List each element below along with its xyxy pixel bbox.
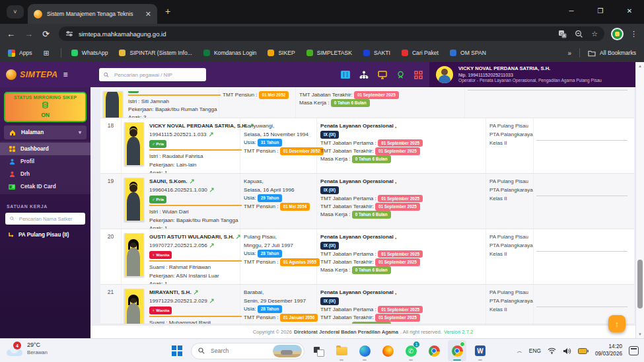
id-card-icon <box>9 184 15 190</box>
tmt-last-badge: 01 September 2025 <box>375 258 420 266</box>
bookmark-item[interactable]: SIKEP <box>268 50 295 56</box>
task-view-button[interactable] <box>309 340 328 361</box>
search-highlight-image[interactable] <box>273 345 302 357</box>
chrome-icon <box>452 345 463 357</box>
scroll-up-icon[interactable]: ▲ <box>636 64 644 68</box>
edge-button[interactable] <box>355 340 374 361</box>
forward-icon[interactable]: → <box>24 29 33 39</box>
monitor-icon[interactable] <box>378 71 387 79</box>
whatsapp-button[interactable]: ✆1 <box>402 340 420 361</box>
back-icon[interactable]: ← <box>7 29 15 39</box>
user-avatar <box>436 66 453 83</box>
satker-search[interactable] <box>5 213 85 225</box>
clock[interactable]: 14:20 09/03/2026 <box>595 344 622 357</box>
battery-icon[interactable] <box>578 348 589 354</box>
grade-badge: IX (IX) <box>320 297 339 305</box>
external-link-icon[interactable] <box>209 298 214 306</box>
site-info-icon[interactable] <box>65 30 73 38</box>
dashboard-icon <box>9 146 15 153</box>
app-brand[interactable]: SIMTEPA ≡ <box>0 62 90 87</box>
gender-badge: ♀ Wanita <box>149 251 172 258</box>
bookmark-item[interactable]: Apps <box>8 50 32 57</box>
address-bar[interactable]: simtepa.mahkamahagung.go.id GA ☆ <box>59 26 604 41</box>
grid-icon[interactable] <box>414 71 423 79</box>
sitemap-icon[interactable] <box>359 71 369 79</box>
minimize-button[interactable]: ─ <box>557 0 586 21</box>
bookmark-item[interactable]: SIMPLETASK <box>306 50 352 56</box>
spouse-text: Suami : Muhammad Rapli <box>149 319 240 324</box>
all-bookmarks-button[interactable]: All Bookmarks <box>588 50 636 57</box>
sidebar-item-profil[interactable]: Profil <box>0 155 90 168</box>
tray-expand-icon[interactable]: ︿ <box>517 347 522 355</box>
new-tab-button[interactable]: + <box>165 7 170 16</box>
bookmark-item[interactable]: WhatsApp <box>71 50 108 56</box>
profile-avatar[interactable] <box>611 28 624 40</box>
zoom-out-icon[interactable] <box>575 30 583 38</box>
employee-name-link[interactable]: MIRAYANTI, S.H. <box>149 289 192 295</box>
weather-widget[interactable]: 4 29°C Berawan <box>7 342 48 356</box>
start-button[interactable] <box>168 340 186 361</box>
table-icon[interactable] <box>341 71 350 79</box>
chrome-button[interactable] <box>425 340 443 361</box>
user-panel[interactable]: VICKY NOVAL PERDANA SATRIA, S.H. Nip. 19… <box>429 62 635 87</box>
sidebar-item-drh[interactable]: Drh <box>0 168 90 180</box>
bookmark-item[interactable]: ⊞ <box>44 50 50 56</box>
external-link-icon[interactable] <box>209 242 214 250</box>
employee-name-link[interactable]: GUSTI ASTUTI WULANDARI, S.H. <box>149 234 234 240</box>
chrome-active-button[interactable] <box>448 340 466 361</box>
employee-search[interactable] <box>99 68 206 81</box>
page-footer: Copyright © 2026 Direktorat Jenderal Bad… <box>90 325 635 338</box>
reload-icon[interactable]: ⟳ <box>42 29 50 39</box>
bookmark-favicon: ⊞ <box>44 50 50 56</box>
notification-icon[interactable] <box>629 346 639 355</box>
sidebar-item-halaman[interactable]: Halaman ▾ <box>4 126 87 139</box>
volume-icon[interactable] <box>563 347 571 355</box>
employee-search-input[interactable] <box>113 71 201 79</box>
award-icon[interactable] <box>396 71 405 79</box>
employee-name-link[interactable]: SAUNI, S.Kom. <box>149 178 188 184</box>
wifi-icon[interactable] <box>548 347 556 354</box>
taskbar-search[interactable] <box>191 343 304 359</box>
age-badge: 28 Tahun <box>258 250 283 258</box>
hamburger-icon[interactable]: ≡ <box>63 70 67 79</box>
satker-search-input[interactable] <box>18 215 81 223</box>
language-indicator[interactable]: ENG <box>529 347 541 354</box>
external-link-icon[interactable] <box>194 289 198 297</box>
chevron-down-icon: ▾ <box>79 129 81 135</box>
tab-search-button[interactable]: ˅ <box>7 5 24 18</box>
tab-close-icon[interactable]: ✕ <box>145 10 151 18</box>
page-scrollbar[interactable]: ▲ ▼ <box>635 62 644 338</box>
restore-button[interactable]: ❐ <box>586 0 615 21</box>
sidebar-item-satker[interactable]: PA Pulang Pisau (II) <box>9 232 90 238</box>
firefox-button[interactable] <box>378 340 397 361</box>
children-text: Anak: 1 <box>149 169 240 174</box>
external-link-icon[interactable] <box>190 178 194 186</box>
file-explorer-button[interactable] <box>332 340 351 361</box>
bookmark-item[interactable]: Komdanas Login <box>203 50 257 56</box>
cut-badge-fragment <box>128 91 139 93</box>
position-title: Penata Layanan Operasional , <box>320 233 485 241</box>
bookmark-item[interactable]: OM SPAN <box>450 50 486 56</box>
bookmark-item[interactable]: SAKTI <box>363 50 390 56</box>
menu-kebab-icon[interactable]: ⋮ <box>630 30 637 38</box>
translate-icon[interactable]: GA <box>558 30 567 38</box>
sidebar-item-cetak-id-card[interactable]: Cetak ID Card <box>0 180 90 193</box>
bookmark-item[interactable]: Cari Paket <box>402 50 439 56</box>
close-button[interactable]: ✕ <box>615 0 644 21</box>
employee-name-link[interactable]: VICKY NOVAL PERDANA SATRIA, S.H. <box>149 123 247 129</box>
bookmarks-overflow-icon[interactable]: » <box>568 50 572 57</box>
bookmark-favicon <box>306 50 313 56</box>
divider <box>149 205 242 206</box>
external-link-icon[interactable] <box>209 187 214 195</box>
external-link-icon[interactable] <box>209 131 213 139</box>
scroll-to-top-button[interactable]: ↑ <box>608 315 626 332</box>
satker-line: Kelas II <box>489 250 533 259</box>
taskbar-search-input[interactable] <box>209 347 266 355</box>
scrollbar-thumb[interactable] <box>637 260 643 308</box>
bookmark-star-icon[interactable]: ☆ <box>591 30 598 38</box>
bookmark-item[interactable]: SIPINTAR (Sistem Info... <box>119 50 192 56</box>
scroll-down-icon[interactable]: ▼ <box>636 332 644 336</box>
browser-tab[interactable]: Sistem Manajemen Tenaga Teknis ✕ <box>28 4 157 24</box>
sidebar-item-dashboard[interactable]: Dashboard <box>0 143 90 155</box>
word-button[interactable]: W <box>471 340 489 361</box>
